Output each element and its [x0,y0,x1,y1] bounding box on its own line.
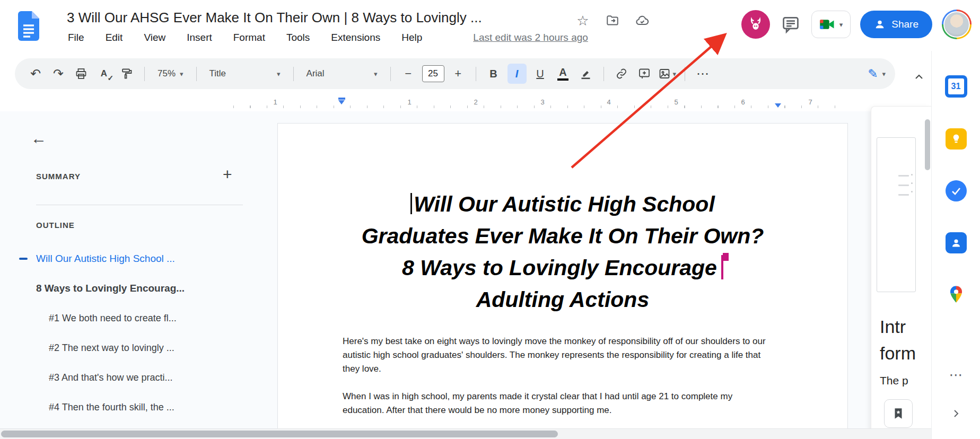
horizontal-scrollbar[interactable] [0,428,931,439]
right-indent-marker[interactable] [775,103,781,108]
more-toolbar-button[interactable]: ⋯ [694,64,712,84]
highlight-color-button[interactable] [577,64,595,84]
share-label: Share [891,19,918,30]
italic-button[interactable]: I [508,64,527,84]
collaborator-avatar[interactable] [741,10,770,39]
close-outline-button[interactable]: ← [31,129,47,147]
menu-insert[interactable]: Insert [187,32,212,43]
bookmark-button[interactable] [884,399,913,428]
zoom-dropdown[interactable]: 75% ▾ [153,64,188,84]
document-status-button[interactable] [633,12,651,30]
outline-item-label: #1 We both need to create fl... [49,313,177,324]
move-to-folder-button[interactable] [603,12,622,30]
font-caret-icon: ▾ [374,70,378,78]
contacts-button[interactable] [946,232,967,253]
menu-extensions[interactable]: Extensions [331,32,380,43]
paint-format-button[interactable] [118,64,136,84]
docs-logo-icon[interactable] [16,11,41,41]
ruler-number: 3 [540,98,544,106]
paragraph-style-dropdown[interactable]: Title ▾ [205,64,285,84]
share-button[interactable]: Share [860,11,932,38]
outline-item[interactable]: #3 And that's how we practi... [13,363,267,392]
google-docs-window: 3 Will Our AHSG Ever Make It On Their Ow… [0,0,980,439]
heading-line[interactable]: 8 Ways to Lovingly Encourage [278,252,847,284]
chevron-up-icon [913,71,925,83]
person-icon [874,19,886,30]
mode-caret-icon: ▾ [882,70,886,78]
insert-image-button[interactable]: ▾ [658,64,677,84]
redo-button[interactable]: ↷ [49,64,67,84]
image-icon [658,67,671,80]
keep-button[interactable] [946,128,967,150]
paragraph[interactable]: When I was in high school, my parents ma… [343,390,773,417]
hide-menus-button[interactable] [908,66,930,88]
header-actions: ▾ Share [741,10,972,39]
insert-link-button[interactable] [612,64,631,84]
heading-line[interactable]: Will Our Autistic High School [278,188,847,220]
menu-edit[interactable]: Edit [106,32,123,43]
print-button[interactable] [72,64,90,84]
document-page[interactable]: Will Our Autistic High School Graduates … [277,123,848,428]
decrease-font-size-button[interactable]: − [399,64,417,84]
profile-avatar[interactable] [942,10,972,39]
document-title[interactable]: 3 Will Our AHSG Ever Make It On Their Ow… [67,10,482,26]
join-meet-button[interactable]: ▾ [811,11,851,38]
current-position-indicator [19,258,28,260]
meet-caret-icon: ▾ [839,21,843,29]
calendar-button[interactable]: 31 [945,75,967,98]
more-side-panel-button[interactable]: ⋯ [949,367,963,383]
last-edit-link[interactable]: Last edit was 2 hours ago [473,32,588,43]
workspace-side-panel: 31 [931,51,980,439]
spellcheck-button[interactable]: A✓ [95,64,113,84]
star-button[interactable]: ☆ [574,12,592,30]
outline-item[interactable]: #1 We both need to create fl... [13,303,267,333]
outline-item[interactable]: #2 The next way to lovingly ... [13,333,267,363]
star-icon: ☆ [576,13,589,29]
document-heading[interactable]: Will Our Autistic High School Graduates … [278,188,847,315]
scrollbar-thumb[interactable] [1,431,558,437]
add-comment-button[interactable] [635,64,653,84]
text-cursor [410,193,412,214]
menu-file[interactable]: File [68,32,84,43]
menu-help[interactable]: Help [401,32,422,43]
font-size-input[interactable]: 25 [422,65,444,82]
page-thumbnail[interactable] [877,137,916,292]
ruler-number: 1 [273,98,277,106]
outline-item-label: #3 And that's how we practi... [49,372,173,383]
preview-heading: Intr form [880,313,916,366]
maps-button[interactable] [946,284,966,306]
bold-button[interactable]: B [485,64,503,84]
paint-roller-icon [120,67,133,80]
print-icon [75,67,88,80]
style-caret-icon: ▾ [277,70,281,78]
menu-format[interactable]: Format [233,32,265,43]
outline-item-label: #2 The next way to lovingly ... [49,343,174,354]
undo-button[interactable]: ↶ [27,64,45,84]
outline-item[interactable]: 8 Ways to Lovingly Encourag... [13,274,267,303]
paragraph[interactable]: Here's my best take on eight ways to lov… [343,335,773,376]
editing-mode-dropdown[interactable]: ✎ ▾ [863,64,890,84]
open-comments-button[interactable] [780,13,802,36]
text-color-button[interactable]: A [554,64,572,84]
add-summary-button[interactable]: + [223,165,232,183]
tasks-button[interactable] [946,180,967,201]
font-dropdown[interactable]: Arial ▾ [302,64,382,84]
document-body[interactable]: Here's my best take on eight ways to lov… [343,335,773,417]
outline-item-label: Will Our Autistic High School ... [36,253,175,265]
scrollbar-thumb[interactable] [925,119,930,170]
underline-button[interactable]: U [531,64,549,84]
increase-font-size-button[interactable]: + [449,64,467,84]
outline-item[interactable]: #4 Then the fourth skill, the ... [13,392,267,422]
left-indent-marker[interactable] [338,98,345,104]
divider [36,205,243,205]
outline-heading: OUTLINE [36,221,75,230]
calendar-icon: 31 [945,75,967,98]
menu-tools[interactable]: Tools [286,32,310,43]
heading-line[interactable]: Adulting Actions [278,284,847,315]
heading-line[interactable]: Graduates Ever Make It On Their Own? [278,220,847,252]
outline-item[interactable]: Will Our Autistic High School ... [13,244,267,274]
moose-icon [747,16,764,33]
show-side-panel-button[interactable] [950,407,962,422]
preview-scrollbar[interactable] [925,107,930,432]
menu-view[interactable]: View [144,32,165,43]
